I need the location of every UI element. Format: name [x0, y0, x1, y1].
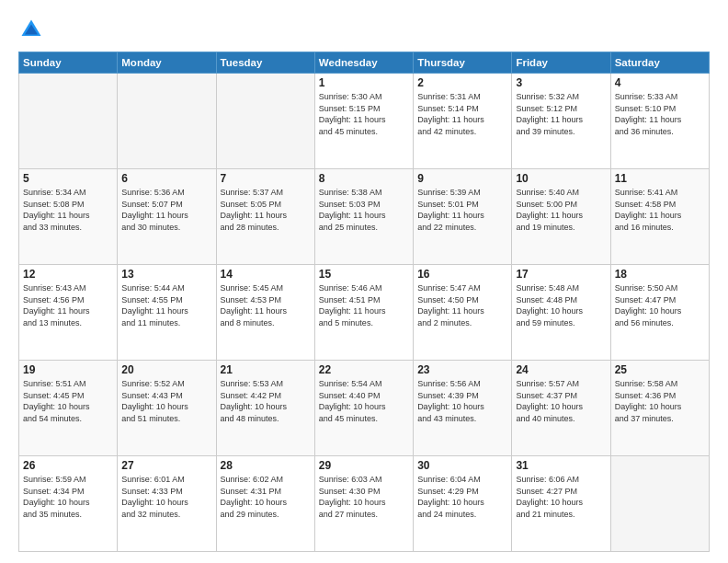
- calendar-cell: [610, 456, 709, 552]
- day-info: Sunrise: 5:59 AM Sunset: 4:34 PM Dayligh…: [23, 474, 113, 520]
- day-number: 6: [121, 172, 211, 185]
- calendar-week-row: 19Sunrise: 5:51 AM Sunset: 4:45 PM Dayli…: [19, 361, 710, 456]
- day-number: 3: [516, 76, 606, 89]
- day-number: 19: [23, 363, 113, 376]
- calendar-cell: 22Sunrise: 5:54 AM Sunset: 4:40 PM Dayli…: [314, 361, 413, 456]
- day-number: 9: [417, 172, 507, 185]
- day-number: 16: [417, 268, 507, 281]
- day-info: Sunrise: 5:45 AM Sunset: 4:53 PM Dayligh…: [221, 282, 311, 328]
- day-number: 20: [121, 363, 211, 376]
- calendar-cell: 18Sunrise: 5:50 AM Sunset: 4:47 PM Dayli…: [610, 265, 709, 361]
- page: SundayMondayTuesdayWednesdayThursdayFrid…: [0, 0, 728, 563]
- calendar-cell: 8Sunrise: 5:38 AM Sunset: 5:03 PM Daylig…: [314, 169, 413, 265]
- day-number: 27: [121, 459, 211, 472]
- day-number: 13: [121, 268, 211, 281]
- day-number: 15: [319, 268, 409, 281]
- weekday-header: Monday: [118, 52, 216, 74]
- calendar-cell: 21Sunrise: 5:53 AM Sunset: 4:42 PM Dayli…: [216, 361, 314, 456]
- day-info: Sunrise: 5:40 AM Sunset: 5:00 PM Dayligh…: [516, 187, 606, 233]
- weekday-header: Sunday: [19, 52, 118, 74]
- calendar-cell: 17Sunrise: 5:48 AM Sunset: 4:48 PM Dayli…: [512, 265, 610, 361]
- calendar-cell: 20Sunrise: 5:52 AM Sunset: 4:43 PM Dayli…: [118, 361, 216, 456]
- day-info: Sunrise: 5:30 AM Sunset: 5:15 PM Dayligh…: [319, 91, 409, 137]
- calendar-cell: 25Sunrise: 5:58 AM Sunset: 4:36 PM Dayli…: [610, 361, 709, 456]
- day-info: Sunrise: 5:41 AM Sunset: 4:58 PM Dayligh…: [615, 187, 705, 233]
- calendar-cell: 14Sunrise: 5:45 AM Sunset: 4:53 PM Dayli…: [216, 265, 314, 361]
- day-number: 26: [23, 459, 113, 472]
- day-number: 18: [615, 268, 705, 281]
- day-info: Sunrise: 6:01 AM Sunset: 4:33 PM Dayligh…: [121, 474, 211, 520]
- calendar-cell: 23Sunrise: 5:56 AM Sunset: 4:39 PM Dayli…: [414, 361, 512, 456]
- day-number: 4: [615, 76, 705, 89]
- calendar-cell: [19, 74, 118, 169]
- calendar-week-row: 12Sunrise: 5:43 AM Sunset: 4:56 PM Dayli…: [19, 265, 710, 361]
- day-number: 1: [319, 76, 409, 89]
- weekday-header: Wednesday: [314, 52, 413, 74]
- day-info: Sunrise: 5:43 AM Sunset: 4:56 PM Dayligh…: [23, 282, 113, 328]
- day-info: Sunrise: 5:53 AM Sunset: 4:42 PM Dayligh…: [221, 378, 311, 424]
- day-number: 23: [417, 363, 507, 376]
- day-info: Sunrise: 5:50 AM Sunset: 4:47 PM Dayligh…: [615, 282, 705, 328]
- calendar-cell: 9Sunrise: 5:39 AM Sunset: 5:01 PM Daylig…: [414, 169, 512, 265]
- day-number: 10: [516, 172, 606, 185]
- day-number: 7: [221, 172, 311, 185]
- day-info: Sunrise: 5:44 AM Sunset: 4:55 PM Dayligh…: [121, 282, 211, 328]
- day-number: 31: [516, 459, 606, 472]
- calendar-cell: 6Sunrise: 5:36 AM Sunset: 5:07 PM Daylig…: [118, 169, 216, 265]
- day-info: Sunrise: 5:34 AM Sunset: 5:08 PM Dayligh…: [23, 187, 113, 233]
- day-number: 17: [516, 268, 606, 281]
- day-info: Sunrise: 6:06 AM Sunset: 4:27 PM Dayligh…: [516, 474, 606, 520]
- calendar-cell: 16Sunrise: 5:47 AM Sunset: 4:50 PM Dayli…: [414, 265, 512, 361]
- day-number: 14: [221, 268, 311, 281]
- calendar-cell: [216, 74, 314, 169]
- calendar-week-row: 1Sunrise: 5:30 AM Sunset: 5:15 PM Daylig…: [19, 74, 710, 169]
- day-info: Sunrise: 6:03 AM Sunset: 4:30 PM Dayligh…: [319, 474, 409, 520]
- day-number: 12: [23, 268, 113, 281]
- calendar-cell: 19Sunrise: 5:51 AM Sunset: 4:45 PM Dayli…: [19, 361, 118, 456]
- calendar-cell: 2Sunrise: 5:31 AM Sunset: 5:14 PM Daylig…: [414, 74, 512, 169]
- day-info: Sunrise: 5:46 AM Sunset: 4:51 PM Dayligh…: [319, 282, 409, 328]
- day-info: Sunrise: 5:52 AM Sunset: 4:43 PM Dayligh…: [121, 378, 211, 424]
- calendar-cell: 5Sunrise: 5:34 AM Sunset: 5:08 PM Daylig…: [19, 169, 118, 265]
- calendar-cell: 28Sunrise: 6:02 AM Sunset: 4:31 PM Dayli…: [216, 456, 314, 552]
- day-info: Sunrise: 5:38 AM Sunset: 5:03 PM Dayligh…: [319, 187, 409, 233]
- header: [18, 17, 710, 42]
- day-info: Sunrise: 5:48 AM Sunset: 4:48 PM Dayligh…: [516, 282, 606, 328]
- day-number: 30: [417, 459, 507, 472]
- calendar-cell: 30Sunrise: 6:04 AM Sunset: 4:29 PM Dayli…: [414, 456, 512, 552]
- day-info: Sunrise: 5:56 AM Sunset: 4:39 PM Dayligh…: [417, 378, 507, 424]
- calendar-cell: 1Sunrise: 5:30 AM Sunset: 5:15 PM Daylig…: [314, 74, 413, 169]
- calendar-cell: 24Sunrise: 5:57 AM Sunset: 4:37 PM Dayli…: [512, 361, 610, 456]
- calendar-cell: 15Sunrise: 5:46 AM Sunset: 4:51 PM Dayli…: [314, 265, 413, 361]
- day-number: 11: [615, 172, 705, 185]
- day-info: Sunrise: 6:04 AM Sunset: 4:29 PM Dayligh…: [417, 474, 507, 520]
- weekday-header: Saturday: [610, 52, 709, 74]
- day-info: Sunrise: 5:33 AM Sunset: 5:10 PM Dayligh…: [615, 91, 705, 137]
- day-number: 22: [319, 363, 409, 376]
- day-number: 24: [516, 363, 606, 376]
- day-info: Sunrise: 5:51 AM Sunset: 4:45 PM Dayligh…: [23, 378, 113, 424]
- day-number: 29: [319, 459, 409, 472]
- weekday-header-row: SundayMondayTuesdayWednesdayThursdayFrid…: [19, 52, 710, 74]
- calendar-cell: 26Sunrise: 5:59 AM Sunset: 4:34 PM Dayli…: [19, 456, 118, 552]
- calendar-cell: 31Sunrise: 6:06 AM Sunset: 4:27 PM Dayli…: [512, 456, 610, 552]
- day-info: Sunrise: 5:47 AM Sunset: 4:50 PM Dayligh…: [417, 282, 507, 328]
- day-info: Sunrise: 5:32 AM Sunset: 5:12 PM Dayligh…: [516, 91, 606, 137]
- weekday-header: Tuesday: [216, 52, 314, 74]
- calendar-week-row: 5Sunrise: 5:34 AM Sunset: 5:08 PM Daylig…: [19, 169, 710, 265]
- calendar-cell: 13Sunrise: 5:44 AM Sunset: 4:55 PM Dayli…: [118, 265, 216, 361]
- day-info: Sunrise: 5:57 AM Sunset: 4:37 PM Dayligh…: [516, 378, 606, 424]
- day-info: Sunrise: 5:39 AM Sunset: 5:01 PM Dayligh…: [417, 187, 507, 233]
- day-number: 2: [417, 76, 507, 89]
- calendar-cell: 12Sunrise: 5:43 AM Sunset: 4:56 PM Dayli…: [19, 265, 118, 361]
- logo-icon: [18, 17, 44, 42]
- day-number: 28: [221, 459, 311, 472]
- day-number: 25: [615, 363, 705, 376]
- logo: [18, 17, 48, 42]
- day-info: Sunrise: 5:54 AM Sunset: 4:40 PM Dayligh…: [319, 378, 409, 424]
- weekday-header: Friday: [512, 52, 610, 74]
- day-info: Sunrise: 5:37 AM Sunset: 5:05 PM Dayligh…: [221, 187, 311, 233]
- day-info: Sunrise: 5:36 AM Sunset: 5:07 PM Dayligh…: [121, 187, 211, 233]
- calendar-cell: 11Sunrise: 5:41 AM Sunset: 4:58 PM Dayli…: [610, 169, 709, 265]
- calendar-cell: 27Sunrise: 6:01 AM Sunset: 4:33 PM Dayli…: [118, 456, 216, 552]
